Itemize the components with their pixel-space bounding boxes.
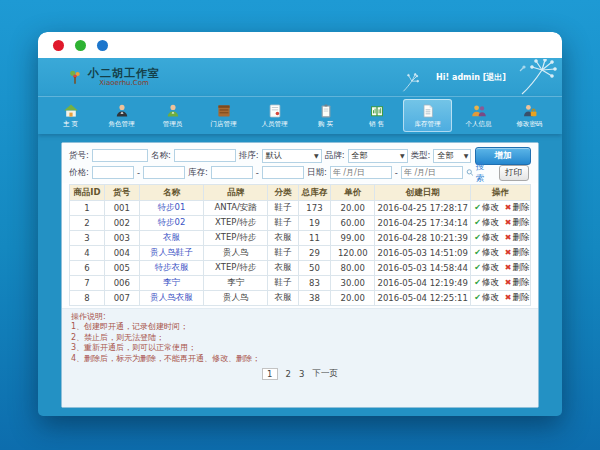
cell-stock: 11 — [298, 231, 331, 246]
range-separator: - — [256, 168, 259, 178]
price-max-input[interactable] — [143, 166, 185, 179]
nav-item-4[interactable]: 门店管理 — [199, 99, 248, 132]
product-link[interactable]: 特步02 — [157, 217, 185, 227]
nav-label: 库存管理 — [415, 120, 441, 129]
product-link[interactable]: 特步01 — [157, 202, 185, 212]
delete-icon: ✖ — [505, 263, 512, 272]
product-link[interactable]: 李宁 — [163, 277, 180, 287]
edit-button[interactable]: ✔修改 — [474, 217, 499, 227]
delete-button[interactable]: ✖删除 — [505, 232, 530, 242]
content-area: 货号: 名称: 排序: 默认 ▼ 品牌: 全部 ▼ 类型: — [38, 134, 562, 416]
sort-select[interactable]: 默认 ▼ — [262, 149, 322, 163]
price-label: 价格: — [69, 167, 89, 179]
cell-name: 特步02 — [139, 216, 203, 231]
column-header: 货号 — [104, 185, 139, 201]
inventory-table: 商品ID货号名称品牌分类总库存单价创建日期操作1001特步01ANTA/安踏鞋子… — [69, 184, 531, 306]
product-link[interactable]: 特步衣服 — [154, 262, 188, 272]
type-label: 类型: — [411, 150, 431, 162]
role-icon — [114, 103, 130, 119]
edit-icon: ✔ — [474, 263, 481, 272]
edit-button[interactable]: ✔修改 — [474, 202, 499, 212]
name-label: 名称: — [151, 150, 171, 162]
logo: 小二胡工作室 Xiaoerhu.Com — [66, 68, 160, 87]
table-row: 3003衣服XTEP/特步衣服1199.002016-04-28 10:21:3… — [70, 231, 531, 246]
edit-button[interactable]: ✔修改 — [474, 277, 499, 287]
window-close-button[interactable] — [53, 40, 64, 51]
cell-category: 鞋子 — [268, 216, 298, 231]
nav-item-7[interactable]: 销 售 — [352, 99, 401, 132]
cell-stock: 19 — [298, 216, 331, 231]
nav-item-10[interactable]: 修改密码 — [505, 99, 554, 132]
cell-category: 衣服 — [268, 261, 298, 276]
nav-item-2[interactable]: 角色管理 — [97, 99, 146, 132]
cell-created: 2016-05-04 12:25:11 — [375, 291, 471, 306]
cell-id: 6 — [70, 261, 105, 276]
name-input[interactable] — [174, 149, 236, 162]
edit-button[interactable]: ✔修改 — [474, 262, 499, 272]
delete-button[interactable]: ✖删除 — [505, 277, 530, 287]
page-button-2[interactable]: 2 — [286, 369, 291, 379]
column-header: 总库存 — [298, 185, 331, 201]
edit-button[interactable]: ✔修改 — [474, 292, 499, 302]
column-header: 创建日期 — [375, 185, 471, 201]
cell-category: 鞋子 — [268, 201, 298, 216]
nav-item-3[interactable]: 管理员 — [148, 99, 197, 132]
table-row: 8007贵人鸟衣服贵人鸟衣服3820.002016-05-04 12:25:11… — [70, 291, 531, 306]
table-row: 6005特步衣服XTEP/特步衣服5080.002016-05-03 14:58… — [70, 261, 531, 276]
date-from-input[interactable] — [330, 166, 392, 179]
cell-created: 2016-05-03 14:51:09 — [375, 246, 471, 261]
next-page-button[interactable]: 下一页 — [312, 368, 338, 380]
browser-window: 小二胡工作室 Xiaoerhu.Com Hi! admin [退出] — [38, 32, 562, 416]
page-button-1[interactable]: 1 — [262, 368, 277, 380]
nav-item-5[interactable]: 人员管理 — [250, 99, 299, 132]
note-line: 3、重新开通后，则可以正常使用； — [71, 343, 529, 353]
main-nav: 主 页角色管理管理员门店管理人员管理购 买销 售库存管理个人信息修改密码 — [38, 96, 562, 134]
product-link[interactable]: 贵人鸟衣服 — [150, 292, 193, 302]
profile-icon — [471, 103, 487, 119]
page-button-3[interactable]: 3 — [299, 369, 304, 379]
delete-button[interactable]: ✖删除 — [505, 292, 530, 302]
delete-button[interactable]: ✖删除 — [505, 262, 530, 272]
logout-link[interactable]: [退出] — [483, 73, 506, 82]
brand-label: 品牌: — [325, 150, 345, 162]
delete-button[interactable]: ✖删除 — [505, 217, 530, 227]
cell-name: 特步01 — [139, 201, 203, 216]
nav-item-6[interactable]: 购 买 — [301, 99, 350, 132]
brand-select[interactable]: 全部 ▼ — [348, 149, 408, 163]
search-link[interactable]: 搜索 — [466, 161, 491, 185]
delete-icon: ✖ — [505, 203, 512, 212]
product-link[interactable]: 衣服 — [163, 232, 180, 242]
pagination: 123下一页 — [62, 368, 538, 380]
delete-icon: ✖ — [505, 278, 512, 287]
edit-button[interactable]: ✔修改 — [474, 247, 499, 257]
cell-price: 20.00 — [331, 291, 375, 306]
logo-title: 小二胡工作室 — [88, 68, 160, 79]
stock-min-input[interactable] — [211, 166, 253, 179]
cell-created: 2016-04-25 17:28:17 — [375, 201, 471, 216]
nav-item-1[interactable]: 主 页 — [46, 99, 95, 132]
logo-icon — [66, 68, 84, 86]
window-maximize-button[interactable] — [97, 40, 108, 51]
operation-notes: 操作说明:1、创建即开通，记录创建时间；2、禁止后，则无法登陆；3、重新开通后，… — [62, 309, 538, 364]
date-to-input[interactable] — [401, 166, 463, 179]
delete-button[interactable]: ✖删除 — [505, 202, 530, 212]
inventory-table-wrap: 商品ID货号名称品牌分类总库存单价创建日期操作1001特步01ANTA/安踏鞋子… — [62, 183, 538, 306]
edit-button[interactable]: ✔修改 — [474, 232, 499, 242]
admin-icon — [165, 103, 181, 119]
nav-item-8[interactable]: 库存管理 — [403, 99, 452, 132]
cell-category: 鞋子 — [268, 276, 298, 291]
staff-icon — [267, 103, 283, 119]
delete-button[interactable]: ✖删除 — [505, 247, 530, 257]
product-link[interactable]: 贵人鸟鞋子 — [150, 247, 193, 257]
nav-item-9[interactable]: 个人信息 — [454, 99, 503, 132]
column-header: 分类 — [268, 185, 298, 201]
stock-max-input[interactable] — [262, 166, 304, 179]
window-minimize-button[interactable] — [75, 40, 86, 51]
cell-id: 3 — [70, 231, 105, 246]
cell-name: 李宁 — [139, 276, 203, 291]
item-no-input[interactable] — [92, 149, 148, 162]
nav-label: 修改密码 — [517, 120, 543, 129]
nav-label: 管理员 — [163, 120, 183, 129]
print-button[interactable]: 打印 — [499, 165, 529, 181]
price-min-input[interactable] — [92, 166, 134, 179]
